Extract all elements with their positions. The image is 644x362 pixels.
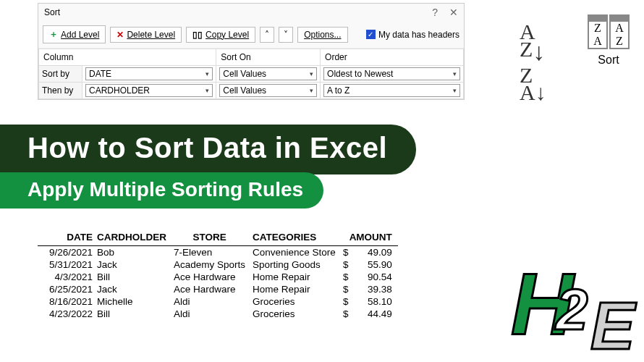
cell-store: Ace Hardware [172, 283, 251, 295]
cell-category: Groceries [251, 295, 342, 308]
cell-amount: $49.09 [342, 246, 398, 259]
move-down-button[interactable]: ˅ [279, 27, 293, 43]
order-combo[interactable]: Oldest to Newest▾ [323, 67, 460, 80]
cell-cardholder: Bill [96, 271, 172, 283]
chevron-down-icon: ˅ [284, 30, 288, 40]
cell-date: 5/31/2021 [38, 258, 96, 271]
cell-date: 8/16/2021 [38, 295, 96, 308]
col-header-sorton: Sort On [216, 49, 321, 66]
table-row: 5/31/2021 Jack Academy Sports Sporting G… [38, 258, 398, 271]
table-header: CARDHOLDER [96, 230, 172, 246]
cell-store: Aldi [172, 308, 251, 320]
cell-store: Aldi [172, 295, 251, 308]
dialog-title: Sort [44, 7, 60, 17]
sort-row-label: Then by [39, 83, 82, 99]
cell-cardholder: Jack [96, 283, 172, 295]
h2e-logo: H2E [511, 261, 634, 355]
cell-amount: $90.54 [342, 271, 398, 283]
table-row: 9/26/2021 Bob 7-Eleven Convenience Store… [38, 246, 398, 259]
column-combo[interactable]: DATE▾ [85, 67, 213, 80]
cell-amount: $58.10 [342, 295, 398, 308]
dialog-toolbar: ＋Add Level ✕Delete Level ▯▯Copy Level ˄ … [38, 21, 464, 49]
sort-level-row: Then by CARDHOLDER▾ Cell Values▾ A to Z▾ [39, 83, 464, 99]
cell-date: 4/3/2021 [38, 271, 96, 283]
table-row: 4/3/2021 Bill Ace Hardware Home Repair $… [38, 271, 398, 283]
headers-checkbox[interactable]: ✓ My data has headers [366, 30, 459, 40]
cell-store: 7-Eleven [172, 246, 251, 259]
order-combo[interactable]: A to Z▾ [323, 84, 460, 97]
cell-cardholder: Bob [96, 246, 172, 259]
cell-cardholder: Michelle [96, 295, 172, 308]
options-button[interactable]: Options... [297, 27, 347, 43]
sort-dialog: Sort ? ✕ ＋Add Level ✕Delete Level ▯▯Copy… [38, 3, 465, 100]
sort-levels-grid: Column Sort On Order Sort by DATE▾ Cell … [38, 49, 464, 99]
cell-category: Home Repair [251, 271, 342, 283]
cell-category: Groceries [251, 308, 342, 320]
table-header: AMOUNT [342, 230, 398, 246]
cell-date: 6/25/2021 [38, 283, 96, 295]
chevron-up-icon: ˄ [265, 30, 269, 40]
data-table: DATECARDHOLDERSTORECATEGORIESAMOUNT 9/26… [38, 230, 398, 320]
title-banner: How to Sort Data in Excel [0, 125, 416, 174]
sort-dialog-icon[interactable]: ZA AZ Sort [588, 14, 630, 67]
cell-amount: $55.90 [342, 258, 398, 271]
table-row: 8/16/2021 Michelle Aldi Groceries $58.10 [38, 295, 398, 308]
column-combo[interactable]: CARDHOLDER▾ [85, 84, 213, 97]
help-icon[interactable]: ? [432, 7, 438, 18]
table-header: STORE [172, 230, 251, 246]
col-header-order: Order [321, 49, 464, 66]
table-row: 4/23/2022 Bill Aldi Groceries $44.49 [38, 308, 398, 320]
sorton-combo[interactable]: Cell Values▾ [219, 84, 317, 97]
chevron-down-icon: ▾ [310, 70, 313, 77]
add-level-button[interactable]: ＋Add Level [43, 25, 106, 43]
cell-store: Academy Sports [172, 258, 251, 271]
sort-row-label: Sort by [39, 66, 82, 83]
sort-level-row: Sort by DATE▾ Cell Values▾ Oldest to New… [39, 66, 464, 83]
cell-amount: $44.49 [342, 308, 398, 320]
sort-descending-icon[interactable]: ZA↓ [520, 67, 546, 101]
sort-ascending-icon[interactable]: AZ↓ [520, 23, 545, 62]
copy-icon: ▯▯ [192, 30, 203, 40]
copy-level-button[interactable]: ▯▯Copy Level [186, 27, 255, 43]
chevron-down-icon: ▾ [206, 70, 209, 77]
chevron-down-icon: ▾ [453, 87, 457, 94]
sorton-combo[interactable]: Cell Values▾ [219, 67, 317, 80]
cell-amount: $39.38 [342, 283, 398, 295]
cell-cardholder: Bill [96, 308, 172, 320]
cell-category: Convenience Store [251, 246, 342, 259]
close-icon[interactable]: ✕ [449, 7, 458, 18]
delete-level-button[interactable]: ✕Delete Level [110, 27, 182, 43]
move-up-button[interactable]: ˄ [260, 27, 274, 43]
checkmark-icon: ✓ [366, 30, 376, 39]
table-row: 6/25/2021 Jack Ace Hardware Home Repair … [38, 283, 398, 295]
cell-date: 4/23/2022 [38, 308, 96, 320]
chevron-down-icon: ▾ [453, 70, 457, 77]
cell-store: Ace Hardware [172, 271, 251, 283]
cell-category: Sporting Goods [251, 258, 342, 271]
x-icon: ✕ [116, 30, 124, 40]
table-header: CATEGORIES [251, 230, 342, 246]
table-header: DATE [38, 230, 96, 246]
chevron-down-icon: ▾ [310, 87, 313, 94]
cell-date: 9/26/2021 [38, 246, 96, 259]
plus-icon: ＋ [49, 28, 58, 41]
cell-category: Home Repair [251, 283, 342, 295]
ribbon-sort-icons: AZ↓ ZA↓ ZA AZ Sort [492, 4, 644, 106]
chevron-down-icon: ▾ [206, 87, 209, 94]
col-header-column: Column [39, 49, 216, 66]
cell-cardholder: Jack [96, 258, 172, 271]
dialog-title-bar: Sort ? ✕ [38, 4, 464, 21]
subtitle-banner: Apply Multiple Sorting Rules [0, 172, 323, 209]
